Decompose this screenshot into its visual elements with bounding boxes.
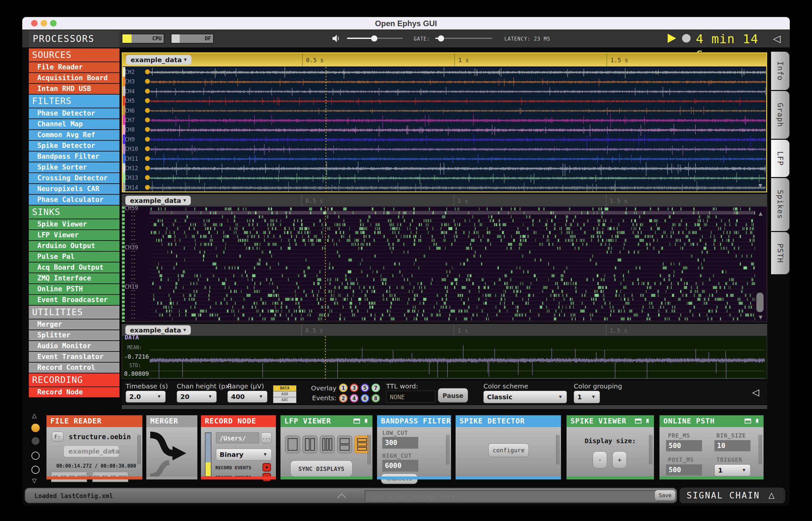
channel-enable-dot[interactable] — [145, 117, 150, 122]
channel-enable-dot[interactable] — [145, 127, 150, 132]
module-header[interactable]: MERGER — [146, 415, 197, 427]
module-drag-handle[interactable] — [759, 435, 762, 465]
sidebar-item-phase-detector[interactable]: Phase Detector — [29, 108, 119, 118]
lfp-traces-canvas[interactable] — [150, 67, 766, 192]
record-events-toggle[interactable] — [263, 463, 271, 472]
pause-button[interactable]: Pause — [438, 388, 468, 403]
sidebar-item-zmq-interface[interactable]: ZMQ Interface — [29, 273, 119, 284]
bin-size-field[interactable]: 10 — [715, 440, 750, 451]
module-online-psth[interactable]: ONLINE PSTH PRE_MS 500 BIN_SIZE 10 POST_… — [659, 415, 764, 480]
layout-1col-button[interactable] — [285, 436, 300, 453]
module-drag-handle[interactable] — [137, 435, 141, 465]
analog-trace-canvas[interactable] — [150, 336, 765, 379]
color-scheme-dropdown[interactable]: Classic ▼ — [483, 391, 567, 403]
collapse-left-icon[interactable]: ◁ — [773, 33, 781, 44]
module-merger[interactable]: MERGER — [145, 415, 198, 480]
module-header[interactable]: BANDPASS FILTER — [377, 415, 451, 427]
sidebar-item-spike-viewer[interactable]: Spike Viewer — [29, 219, 119, 229]
sidebar-item-pulse-pal[interactable]: Pulse Pal — [29, 252, 119, 262]
sidebar-item-audio-monitor[interactable]: Audio Monitor — [29, 341, 119, 351]
record-button[interactable] — [682, 34, 691, 43]
file-select-button[interactable]: F: — [52, 432, 64, 441]
volume-slider-track-left[interactable] — [347, 38, 374, 39]
overlay-event-button-7[interactable]: 7 — [371, 384, 380, 392]
browse-path-button[interactable]: ... — [261, 432, 272, 444]
sidebar-item-intan-rhd-usb[interactable]: Intan RHD USB — [29, 84, 119, 94]
scroll-down-icon[interactable]: ▼ — [757, 182, 764, 189]
signal-selector-aux[interactable]: AUX — [273, 391, 296, 397]
record-path-field[interactable]: /Users/ — [216, 432, 259, 444]
channel-enable-dot[interactable] — [145, 165, 150, 171]
tab-psth[interactable]: PSTH — [771, 232, 789, 274]
signal-selector-adc[interactable]: ADC — [273, 397, 296, 403]
range-dropdown[interactable]: 400 ▼ — [227, 391, 267, 403]
analog-stream-dropdown[interactable]: example_data ▼ — [125, 325, 191, 335]
module-record-node[interactable]: RECORD NODE /Users/ ... Binary ▼ RECORD … — [200, 415, 276, 480]
configure-button[interactable]: configure — [488, 444, 529, 457]
channel-enable-dot[interactable] — [145, 185, 150, 190]
sidebar-item-channel-map[interactable]: Channel Map — [29, 119, 119, 129]
channel-enable-dot[interactable] — [145, 137, 150, 142]
channel-enable-dot[interactable] — [145, 89, 150, 94]
sidebar-item-arduino-output[interactable]: Arduino Output — [29, 241, 119, 251]
high-cut-field[interactable]: 6000 — [382, 460, 418, 472]
sidebar-item-event-broadcaster[interactable]: Event Broadcaster — [29, 295, 119, 305]
signal-chain-down-icon[interactable]: ▽ — [32, 477, 37, 484]
open-window-icon[interactable] — [745, 418, 751, 424]
raster-canvas[interactable] — [150, 207, 755, 322]
module-lfp-viewer[interactable]: LFP VIEWER SYNC DISPLAYS — [280, 415, 373, 480]
module-drag-handle[interactable] — [367, 435, 371, 465]
tab-graph[interactable]: Graph — [771, 91, 789, 139]
module-bandpass-filter[interactable]: BANDPASS FILTER LOW_CUT 300 HIGH_CUT 600… — [376, 415, 452, 480]
message-input[interactable] — [365, 490, 658, 503]
raster-stream-dropdown[interactable]: example_data ▼ — [125, 196, 191, 205]
tab-lfp[interactable]: LFP — [771, 140, 789, 177]
module-drag-handle[interactable] — [556, 435, 559, 465]
sidebar-item-event-translator[interactable]: Event Translator — [29, 352, 119, 362]
sidebar-item-crossing-detector[interactable]: Crossing Detector — [29, 173, 119, 183]
module-header[interactable]: RECORD NODE — [201, 415, 276, 427]
channel-enable-dot[interactable] — [145, 69, 150, 74]
sidebar-item-merger[interactable]: Merger — [29, 319, 119, 330]
signal-chain-up-icon[interactable]: △ — [32, 412, 37, 419]
collapse-drawer-icon[interactable]: ◁ — [752, 387, 759, 398]
display-size-plus-button[interactable]: + — [612, 451, 627, 468]
module-drag-handle[interactable] — [649, 435, 652, 465]
module-spike-viewer[interactable]: SPIKE VIEWER Display size: - + — [566, 415, 655, 480]
open-window-icon[interactable] — [354, 418, 360, 424]
channel-enable-dot[interactable] — [145, 98, 150, 103]
play-button[interactable] — [668, 34, 676, 43]
sync-displays-button[interactable]: SYNC DISPLAYS — [290, 460, 353, 477]
post-ms-field[interactable]: 500 — [666, 465, 702, 476]
module-header[interactable]: FILE READER — [46, 415, 142, 427]
channel-enable-dot[interactable] — [145, 79, 150, 84]
volume-slider-track-right[interactable] — [374, 38, 403, 39]
analog-trace-viewer[interactable]: 0.5 s 1 s 1.5 s example_data ▼ DATA MEAN… — [122, 324, 767, 379]
save-message-button[interactable]: Save — [655, 490, 675, 500]
sidebar-item-neuropixels-car[interactable]: Neuropixels CAR — [29, 184, 119, 194]
overlay-event-button-6[interactable]: 6 — [361, 394, 369, 403]
sidebar-item-online-psth[interactable]: Online PSTH — [29, 284, 119, 294]
open-window-icon[interactable] — [635, 418, 641, 424]
tab-info[interactable]: Info — [771, 52, 789, 90]
sidebar-item-bandpass-filter[interactable]: Bandpass Filter — [29, 152, 119, 162]
scrollbar-thumb[interactable] — [757, 293, 764, 312]
chan-height-dropdown[interactable]: 20 ▼ — [177, 391, 217, 403]
overlay-event-button-4[interactable]: 4 — [350, 394, 358, 403]
signal-chain-tab-empty[interactable] — [31, 452, 40, 460]
scroll-up-icon[interactable]: ▲ — [757, 210, 764, 217]
signal-selector-data[interactable]: DATA — [273, 385, 296, 391]
sidebar-item-splitter[interactable]: Splitter — [29, 330, 119, 340]
record-engine-dropdown[interactable]: Binary ▼ — [216, 449, 272, 460]
pre-ms-field[interactable]: 500 — [666, 440, 702, 451]
sidebar-item-spike-detector[interactable]: Spike Detector — [29, 141, 119, 151]
layout-3col-button[interactable] — [320, 436, 335, 453]
sidebar-item-lfp-viewer[interactable]: LFP Viewer — [29, 230, 119, 240]
channel-enable-dot[interactable] — [145, 175, 150, 180]
signal-chain-tab-empty[interactable] — [31, 466, 40, 474]
file-stream-dropdown[interactable]: example_data ▼ — [64, 446, 119, 457]
sidebar-item-record-control[interactable]: Record Control — [29, 363, 119, 373]
overlay-event-button-2[interactable]: 2 — [339, 394, 347, 403]
display-size-minus-button[interactable]: - — [593, 451, 607, 468]
trigger-dropdown[interactable]: 1 ▼ — [715, 465, 750, 476]
